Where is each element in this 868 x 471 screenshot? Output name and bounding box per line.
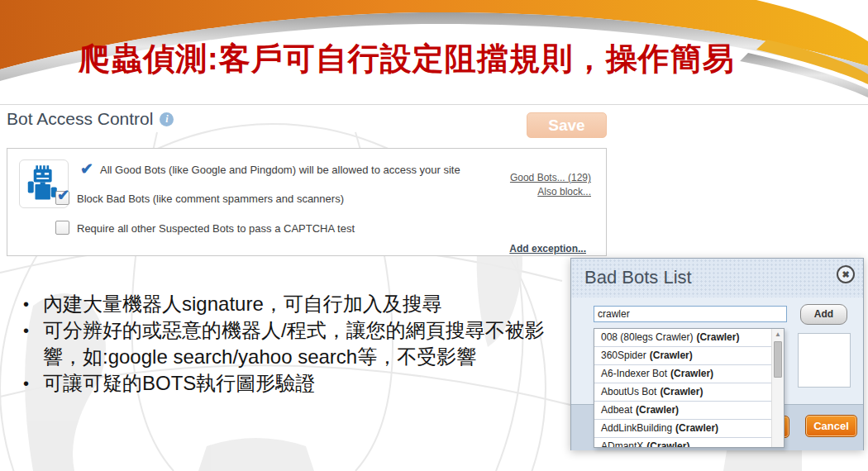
bot-type: (Crawler) [675,422,718,434]
scrollbar-thumb[interactable] [774,341,782,378]
slide: 爬蟲偵測:客戶可自行設定阻擋規則，操作簡易 Bot Access Control… [0,0,868,471]
block-bad-bots-label: Block Bad Bots (like comment spammers an… [77,193,344,205]
side-links: Good Bots... (129) Also block... [510,171,591,199]
bot-list-item[interactable]: 008 (80legs Crawler)(Crawler) [594,329,772,347]
bot-list-item[interactable]: 360Spider(Crawler) [594,347,772,365]
bullet-icon: • [18,291,43,317]
divider [0,104,868,105]
bot-type: (Crawler) [646,440,689,448]
bot-name: 360Spider [601,350,646,361]
bullet-text: 可分辨好的或惡意的機器人/程式，讓您的網頁搜尋不被影響，如:google sea… [43,317,560,370]
bot-type: (Crawler) [670,368,713,379]
add-button[interactable]: Add [800,304,847,325]
bot-type: (Crawler) [650,350,693,361]
bot-search-input[interactable] [594,306,787,322]
scrollbar[interactable]: ▲ [771,329,784,447]
bad-bots-dialog: Bad Bots List ✖ Add Cancel 008 (80legs C… [570,258,864,450]
close-icon[interactable]: ✖ [837,265,855,283]
bullet-text: 內建大量機器人signature，可自行加入及搜尋 [43,291,560,317]
add-exception-link[interactable]: Add exception... [509,243,586,255]
bot-name: ADmantX [601,440,643,448]
bullet-icon: • [18,370,43,397]
scroll-up-icon[interactable]: ▲ [772,331,784,338]
list-item: • 可分辨好的或惡意的機器人/程式，讓您的網頁搜尋不被影響，如:google s… [18,317,560,370]
check-icon: ✔ [57,186,69,204]
cancel-button[interactable]: Cancel [805,415,857,437]
bot-list-item[interactable]: ADmantX(Crawler) [594,438,772,448]
page-title: Bot Access Control i [7,109,174,129]
bot-list-item[interactable]: AddLinkBuilding(Crawler) [594,420,772,438]
info-icon[interactable]: i [160,112,174,126]
bot-list-item[interactable]: A6-Indexer Bot(Crawler) [594,365,772,383]
bullet-icon: • [18,317,43,370]
bot-name: AddLinkBuilding [601,422,672,434]
list-item: • 可讓可疑的BOTS執行圖形驗證 [18,370,560,397]
bot-type: (Crawler) [696,331,739,343]
good-bots-link[interactable]: Good Bots... (129) [510,171,591,185]
bot-list-item[interactable]: AboutUs Bot(Crawler) [594,383,772,402]
good-bots-rule-label: All Good Bots (like Google and Pingdom) … [100,164,460,176]
save-button[interactable]: Save [527,112,607,138]
bot-access-panel: ✔ All Good Bots (like Google and Pingdom… [7,148,607,256]
bot-type: (Crawler) [636,404,679,416]
bullet-text: 可讓可疑的BOTS執行圖形驗證 [43,370,560,397]
captcha-checkbox[interactable] [55,221,69,235]
slide-title: 爬蟲偵測:客戶可自行設定阻擋規則，操作簡易 [79,38,735,80]
bot-list-item[interactable]: Adbeat(Crawler) [594,402,772,420]
bot-name: A6-Indexer Bot [601,368,667,379]
bot-name: Adbeat [601,404,632,416]
bot-suggestions-dropdown: 008 (80legs Crawler)(Crawler) 360Spider(… [594,328,785,448]
bot-type: (Crawler) [660,386,703,397]
also-block-link[interactable]: Also block... [510,185,591,199]
page-title-text: Bot Access Control [7,109,153,129]
bot-name: AboutUs Bot [601,386,656,397]
bullet-list: • 內建大量機器人signature，可自行加入及搜尋 • 可分辨好的或惡意的機… [18,291,560,397]
list-item: • 內建大量機器人signature，可自行加入及搜尋 [18,291,560,317]
check-icon: ✔ [80,159,93,178]
dialog-title: Bad Bots List [584,267,692,288]
block-bad-bots-checkbox[interactable]: ✔ [55,191,69,205]
selected-bots-box[interactable] [798,333,851,388]
captcha-label: Require all other Suspected Bots to pass… [77,222,355,235]
bot-name: 008 (80legs Crawler) [601,331,693,343]
